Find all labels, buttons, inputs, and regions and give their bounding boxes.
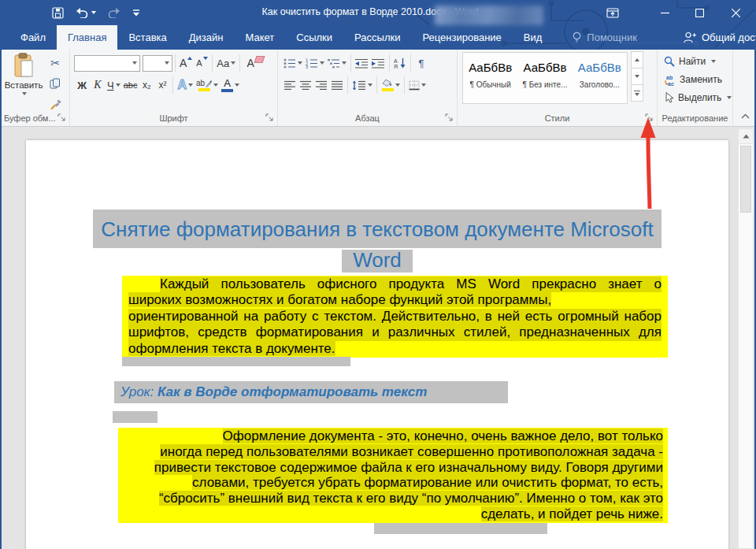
align-center-button[interactable] — [298, 76, 313, 95]
styles-scroll-down-button[interactable] — [631, 68, 643, 85]
underline-button[interactable]: Ч — [106, 76, 122, 95]
share-button[interactable]: Общий доступ — [672, 25, 756, 50]
tab-assistant[interactable]: Помощник — [561, 25, 648, 50]
justify-button[interactable] — [329, 76, 345, 95]
heading-line1: Снятие форматирования в текстовом докуме… — [93, 210, 661, 248]
style-heading1[interactable]: АаБбВв Заголово... — [573, 53, 627, 103]
line-spacing-button[interactable] — [350, 76, 374, 95]
justify-icon — [332, 80, 343, 90]
style-no-spacing[interactable]: АаБбВв ¶ Без инте... — [517, 53, 572, 103]
grow-font-letter: А — [180, 57, 187, 69]
tab-view[interactable]: Вид — [513, 25, 554, 50]
clear-formatting-button[interactable]: А — [243, 54, 258, 72]
replace-button[interactable]: ab ac Заменить — [664, 72, 722, 87]
undo-button[interactable] — [76, 7, 96, 18]
font-name-combobox[interactable] — [74, 55, 140, 72]
redo-button[interactable] — [108, 7, 120, 18]
show-marks-button[interactable]: ¶ — [413, 54, 429, 72]
font-dialog-launcher[interactable] — [265, 113, 275, 123]
tab-design[interactable]: Дизайн — [178, 25, 235, 50]
font-color-button[interactable]: А — [220, 76, 241, 95]
align-right-button[interactable] — [313, 76, 329, 95]
styles-gallery-scroll — [631, 52, 643, 102]
group-font: А А Aa А Ж К — [70, 50, 278, 126]
customize-qat-button[interactable] — [132, 9, 140, 17]
increase-indent-icon — [372, 58, 385, 69]
tab-file[interactable]: Файл — [9, 25, 57, 50]
italic-button[interactable]: К — [90, 76, 106, 95]
styles-dialog-launcher[interactable] — [644, 113, 654, 123]
subscript-letters: x₂ — [143, 80, 151, 91]
chevron-down-icon — [116, 83, 120, 87]
find-button[interactable]: Найти — [664, 54, 716, 69]
format-painter-button[interactable] — [47, 95, 63, 113]
chevron-down-icon — [213, 83, 218, 87]
tab-home[interactable]: Главная — [57, 25, 117, 50]
tab-mailings[interactable]: Рассылки — [343, 25, 411, 50]
redacted-account-name — [435, 6, 543, 25]
styles-scroll-up-button[interactable] — [631, 51, 643, 69]
close-button[interactable] — [717, 0, 754, 25]
title-bar: Как очистить формат в Ворде 2010.docx - … — [0, 0, 756, 50]
dialog-launcher-icon — [645, 113, 654, 122]
subscript-button[interactable]: x₂ — [139, 76, 154, 95]
superscript-button[interactable]: x² — [154, 76, 170, 95]
paste-button[interactable]: Вставить — [3, 53, 44, 106]
select-button[interactable]: Выделить — [664, 90, 732, 106]
tab-insert[interactable]: Вставка — [117, 25, 177, 50]
collapse-ribbon-button[interactable] — [741, 109, 750, 121]
bold-button[interactable]: Ж — [74, 76, 90, 95]
shrink-font-button[interactable]: А — [194, 54, 209, 72]
word-window: Как очистить формат в Ворде 2010.docx - … — [0, 0, 756, 549]
numbering-button[interactable]: 123 — [304, 54, 326, 72]
paragraph-2[interactable]: Оформление документа - это, конечно, оче… — [118, 428, 668, 523]
vertical-scrollbar[interactable] — [738, 128, 754, 549]
maximize-icon — [695, 9, 704, 17]
paragraph-line: широких возможностях и богатом наборе фу… — [128, 292, 551, 307]
style-normal[interactable]: АаБбВв ¶ Обычный — [463, 53, 517, 103]
select-label: Выделить — [678, 92, 721, 103]
style-preview: АаБбВв — [517, 61, 572, 74]
highlight-icon: ab — [196, 80, 212, 87]
shading-button[interactable] — [380, 76, 402, 95]
grow-font-button[interactable]: А — [178, 54, 194, 72]
sort-button[interactable]: А Я — [392, 54, 408, 72]
chevron-down-icon — [395, 83, 400, 87]
change-case-button[interactable]: Aa — [215, 54, 237, 72]
increase-indent-button[interactable] — [370, 54, 387, 72]
save-button[interactable] — [52, 7, 64, 19]
paragraph-dialog-launcher[interactable] — [444, 113, 454, 123]
minimize-button[interactable] — [647, 0, 682, 25]
document-heading[interactable]: Снятие форматирования в текстовом докуме… — [26, 210, 728, 273]
bullets-button[interactable] — [282, 54, 304, 72]
pilcrow-icon: ¶ — [419, 57, 424, 69]
lesson-link-line[interactable]: Урок: Как в Ворде отформатировать текст — [114, 381, 508, 403]
caret-up-icon — [635, 58, 639, 61]
chevron-down-icon — [22, 92, 27, 95]
scrollbar-thumb[interactable] — [740, 146, 751, 213]
maximize-button[interactable] — [682, 0, 717, 25]
clipboard-dialog-launcher[interactable] — [57, 113, 67, 123]
copy-button[interactable] — [47, 74, 63, 93]
decrease-indent-button[interactable] — [354, 54, 370, 72]
tab-review[interactable]: Рецензирование — [411, 25, 512, 50]
strikethrough-button[interactable]: abc — [122, 76, 139, 95]
scroll-up-button[interactable] — [739, 129, 753, 144]
caret-up-icon — [187, 57, 192, 60]
chevron-down-icon — [342, 61, 346, 65]
borders-button[interactable] — [407, 76, 428, 95]
multilevel-list-button[interactable] — [326, 54, 348, 72]
align-left-button[interactable] — [282, 76, 298, 95]
cut-button[interactable]: ✂ — [47, 54, 63, 72]
tab-layout[interactable]: Макет — [234, 25, 285, 50]
document-page[interactable]: Снятие форматирования в текстовом докуме… — [26, 140, 728, 549]
paragraph-1[interactable]: Каждый пользователь офисного продукта MS… — [122, 276, 668, 358]
font-size-combobox[interactable] — [143, 55, 172, 72]
ribbon-display-options-button[interactable] — [595, 0, 630, 25]
paint-bucket-icon — [381, 79, 394, 87]
text-effects-button[interactable]: А — [176, 76, 195, 95]
highlight-color-button[interactable]: ab — [195, 76, 220, 95]
tab-references[interactable]: Ссылки — [285, 25, 343, 50]
strikethrough-letters: abc — [124, 80, 138, 90]
styles-more-button[interactable] — [631, 84, 643, 102]
